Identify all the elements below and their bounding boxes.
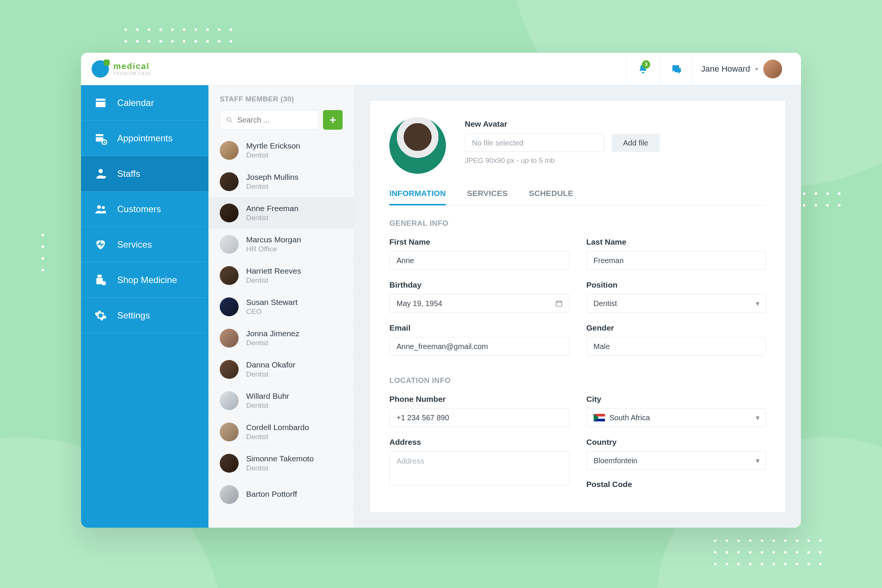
staff-row[interactable]: Cordell LombardoDentist	[208, 416, 354, 448]
staffs-icon	[94, 167, 107, 181]
label-address: Address	[389, 438, 569, 447]
staff-role: CEO	[246, 308, 298, 316]
brand-name: medical	[113, 62, 152, 70]
sidebar-item-customers[interactable]: Customers	[81, 191, 208, 227]
notification-badge: 3	[642, 60, 650, 69]
medicine-icon	[94, 273, 107, 287]
staff-role: Dentist	[246, 151, 300, 159]
svg-point-6	[102, 281, 106, 285]
sidebar-item-calendar[interactable]: Calendar	[81, 85, 208, 121]
sidebar-item-settings[interactable]: Settings	[81, 298, 208, 333]
staff-name: Anne Freeman	[246, 204, 299, 213]
staff-avatar	[220, 360, 239, 379]
add-file-button[interactable]: Add file	[612, 134, 660, 152]
nav-label: Shop Medicine	[117, 275, 177, 285]
tab-services[interactable]: SERVICES	[467, 189, 508, 205]
notifications-button[interactable]: 3	[626, 53, 659, 85]
phone-input[interactable]: +1 234 567 890	[389, 408, 569, 427]
label-first-name: First Name	[389, 237, 569, 247]
birthday-input[interactable]: May 19, 1954	[389, 294, 569, 313]
staff-row[interactable]: Myrtle EricksonDentist	[208, 135, 354, 166]
staff-role: HR Office	[246, 245, 301, 253]
svg-point-2	[97, 205, 101, 209]
city-select[interactable]: South Africa ▾	[586, 408, 766, 427]
section-general-title: GENERAL INFO	[389, 219, 766, 228]
plus-icon: +	[329, 113, 336, 126]
profile-tabs: INFORMATION SERVICES SCHEDULE	[389, 189, 766, 205]
label-gender: Gender	[586, 323, 766, 332]
file-input[interactable]: No file selected	[465, 134, 604, 152]
brand-tagline: PREMIUM CARE	[113, 72, 152, 76]
user-avatar	[763, 60, 782, 78]
app-window: medical PREMIUM CARE 3 Jane Howard ▾ Cal…	[81, 53, 801, 528]
sidebar-item-services[interactable]: Services	[81, 227, 208, 262]
staff-name: Cordell Lombardo	[246, 423, 309, 432]
sidebar-item-staffs[interactable]: Staffs	[81, 156, 208, 191]
staff-row[interactable]: Anne FreemanDentist	[208, 198, 354, 229]
staff-avatar	[220, 391, 239, 410]
brand-logo[interactable]: medical PREMIUM CARE	[92, 60, 152, 78]
staff-row[interactable]: Susan StewartCEO	[208, 291, 354, 323]
staff-avatar	[220, 172, 239, 191]
tab-information[interactable]: INFORMATION	[389, 189, 446, 205]
staff-role: Dentist	[246, 276, 301, 285]
staff-row[interactable]: Jonna JimenezDentist	[208, 323, 354, 354]
label-position: Position	[586, 280, 766, 289]
messages-button[interactable]	[659, 53, 692, 85]
chevron-down-icon: ▾	[756, 456, 760, 465]
staff-name: Joseph Mullins	[246, 173, 299, 182]
address-input[interactable]: Address	[389, 451, 569, 485]
tab-schedule[interactable]: SCHEDULE	[529, 189, 573, 205]
staff-name: Barton Pottorff	[246, 490, 297, 499]
nav-label: Calendar	[117, 98, 154, 108]
staff-name: Simonne Takemoto	[246, 454, 314, 463]
last-name-input[interactable]: Freeman	[586, 251, 766, 270]
svg-rect-8	[556, 301, 562, 306]
heart-pulse-icon	[94, 238, 107, 251]
staff-avatar	[220, 141, 239, 160]
sidebar-item-shop[interactable]: Shop Medicine	[81, 262, 208, 298]
staff-role: Dentist	[246, 401, 289, 410]
staff-search[interactable]	[220, 110, 318, 130]
staff-name: Harriett Reeves	[246, 266, 301, 276]
staff-name: Danna Okafor	[246, 360, 296, 369]
staff-row[interactable]: Simonne TakemotoDentist	[208, 448, 354, 479]
label-last-name: Last Name	[586, 237, 766, 247]
staff-row[interactable]: Barton Pottorff	[208, 479, 354, 510]
staff-row[interactable]: Joseph MullinsDentist	[208, 166, 354, 198]
staff-row[interactable]: Willard BuhrDentist	[208, 385, 354, 416]
staff-role: Dentist	[246, 464, 314, 472]
add-staff-button[interactable]: +	[323, 110, 343, 130]
staff-row[interactable]: Harriett ReevesDentist	[208, 260, 354, 291]
staff-list-title: STAFF MEMBER (30)	[220, 95, 343, 103]
first-name-input[interactable]: Anne	[389, 251, 569, 270]
staff-role: Dentist	[246, 214, 299, 222]
staff-role: Dentist	[246, 182, 299, 191]
search-input[interactable]	[237, 116, 312, 124]
staff-row[interactable]: Danna OkaforDentist	[208, 354, 354, 385]
nav-label: Appointments	[117, 133, 173, 144]
user-menu[interactable]: Jane Howard ▾	[692, 53, 790, 85]
staff-avatar	[220, 204, 239, 222]
email-input[interactable]: Anne_freeman@gmail.com	[389, 337, 569, 356]
position-select[interactable]: Dentist ▾	[586, 294, 766, 313]
chevron-down-icon: ▾	[756, 413, 760, 422]
chat-icon	[671, 63, 682, 75]
sidebar-item-appointments[interactable]: Appointments	[81, 121, 208, 156]
staff-row[interactable]: Marcus MorganHR Office	[208, 229, 354, 260]
staff-avatar	[220, 329, 239, 348]
profile-card: New Avatar No file selected Add file JPE…	[369, 100, 786, 513]
gender-input[interactable]: Male	[586, 337, 766, 356]
label-birthday: Birthday	[389, 280, 569, 289]
staff-avatar	[220, 454, 239, 473]
country-select[interactable]: Bloemfontein ▾	[586, 451, 766, 470]
staff-name: Myrtle Erickson	[246, 141, 300, 150]
section-location-title: LOCATION INFO	[389, 376, 766, 385]
flag-south-africa-icon	[594, 414, 605, 421]
staff-name: Marcus Morgan	[246, 235, 301, 244]
username: Jane Howard	[701, 64, 750, 74]
caret-down-icon: ▾	[755, 66, 758, 72]
label-city: City	[586, 395, 766, 404]
staff-avatar	[220, 485, 239, 504]
staff-role: Dentist	[246, 370, 296, 378]
